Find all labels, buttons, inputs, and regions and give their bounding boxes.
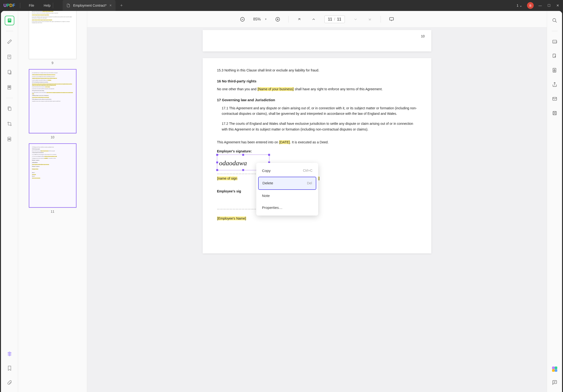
thumbnail-11[interactable]: 15.3 Nothing in this Clause shall limit … (18, 143, 87, 213)
zoom-in-button[interactable] (274, 16, 281, 23)
minimize-button[interactable]: — (538, 4, 542, 7)
presentation-icon (389, 17, 394, 22)
context-menu: Copy Ctrl+C Delete Del Note Properties… (256, 163, 318, 215)
comments-tool[interactable] (551, 379, 559, 386)
presentation-button[interactable] (388, 16, 395, 23)
svg-rect-6 (8, 86, 10, 87)
mail-icon (552, 96, 557, 101)
svg-rect-4 (8, 70, 11, 74)
chevron-top-icon (297, 17, 302, 21)
reader-mode-tool[interactable] (5, 16, 14, 25)
prev-page-button[interactable] (310, 16, 317, 23)
context-menu-note[interactable]: Note (258, 190, 316, 202)
annotate-tool[interactable] (5, 37, 14, 46)
menu-file[interactable]: File (29, 4, 34, 7)
thumbnails-panel[interactable]: 8 Lorem ipsum dolor sit amet consectetur… (18, 11, 87, 392)
context-menu-delete[interactable]: Delete Del (258, 177, 316, 190)
close-button[interactable]: ✕ (556, 4, 559, 7)
resize-handle[interactable] (216, 154, 218, 156)
zoom-level[interactable]: 85% ▼ (253, 17, 267, 21)
page-tool[interactable] (5, 67, 14, 77)
layers-tool[interactable] (5, 349, 14, 359)
signature-text: odaodawa (219, 157, 247, 169)
save-tool[interactable] (551, 109, 559, 117)
svg-rect-19 (554, 70, 555, 71)
minus-circle-icon (240, 17, 245, 22)
bookmark-icon (7, 366, 12, 371)
updf-ai-tool[interactable] (551, 365, 559, 373)
email-tool[interactable] (551, 95, 559, 103)
thumbnail-10[interactable]: iure reprehenderit qui in ea voluptate v… (18, 69, 87, 139)
convert-icon (552, 53, 557, 59)
share-tool[interactable] (551, 81, 559, 88)
svg-rect-17 (553, 54, 555, 58)
organize-tool[interactable] (5, 104, 14, 113)
context-menu-properties[interactable]: Properties… (258, 202, 316, 214)
convert-tool[interactable] (551, 52, 559, 60)
first-page-button[interactable] (296, 16, 303, 23)
ocr-tool[interactable]: OCR (551, 38, 559, 46)
crop-icon (7, 121, 12, 126)
left-sidebar-bottom (5, 349, 14, 387)
app-body: 8 Lorem ipsum dolor sit amet consectetur… (1, 11, 562, 392)
pages-icon (7, 70, 12, 75)
last-page-button[interactable] (366, 16, 373, 23)
resize-handle[interactable] (216, 169, 218, 171)
maximize-button[interactable]: ☐ (548, 4, 550, 7)
resize-handle[interactable] (242, 154, 244, 156)
highlighter-icon (7, 39, 12, 44)
attachment-tool[interactable] (5, 378, 14, 387)
document-scroll[interactable]: 10 15.3 Nothing in this Clause shall lim… (87, 28, 547, 392)
book-icon (7, 18, 12, 23)
window-controls: — ☐ ✕ (538, 4, 559, 7)
share-icon (552, 82, 557, 87)
bookmark-tool[interactable] (5, 363, 14, 373)
menu-help[interactable]: Help (44, 4, 51, 7)
app-logo: UPDF (0, 3, 19, 8)
next-page-button[interactable] (352, 16, 359, 23)
chevron-down-icon (353, 17, 358, 21)
titlebar-right: 1 ⌄ B — ☐ ✕ (517, 2, 563, 9)
titlebar-page-nav[interactable]: 1 ⌄ (517, 4, 522, 7)
redact-icon (7, 137, 12, 142)
svg-rect-2 (8, 20, 11, 21)
chevron-down-icon: ▼ (265, 18, 267, 21)
forms-tool[interactable] (5, 83, 14, 92)
user-avatar[interactable]: B (527, 2, 534, 9)
layers-icon (7, 351, 12, 356)
zoom-out-button[interactable] (239, 16, 246, 23)
edit-pdf-tool[interactable] (5, 52, 14, 62)
svg-rect-21 (553, 112, 556, 115)
clause-17-1: 17.1 This Agreement and any dispute or c… (222, 105, 417, 117)
svg-rect-1 (8, 19, 11, 20)
clause-17-2: 17.2 The courts of England and Wales sha… (222, 121, 417, 132)
resize-handle[interactable] (242, 169, 244, 171)
tab-add-button[interactable]: + (118, 3, 125, 8)
context-menu-copy[interactable]: Copy Ctrl+C (258, 165, 316, 177)
section-16-body: No one other than you and [Name of your … (217, 87, 417, 92)
search-icon (552, 18, 557, 23)
ocr-icon: OCR (552, 39, 557, 44)
copy-icon (7, 106, 12, 111)
resize-handle[interactable] (268, 154, 270, 156)
svg-rect-8 (8, 107, 11, 111)
thumbnail-9[interactable]: Lorem ipsum dolor sit amet consectetur a… (18, 11, 87, 65)
save-icon (552, 111, 557, 116)
viewer-toolbar: 85% ▼ 11 / 11 (87, 11, 547, 28)
tab-employment-contract[interactable]: Employment Contract* × (63, 0, 115, 11)
paperclip-icon (7, 380, 12, 385)
crop-tool[interactable] (5, 119, 14, 129)
protect-tool[interactable] (551, 66, 559, 74)
tab-bar: Employment Contract* × + (63, 0, 125, 11)
tab-close-button[interactable]: × (109, 3, 112, 8)
search-tool[interactable] (551, 17, 559, 24)
resize-handle[interactable] (216, 162, 218, 163)
updf-color-icon (552, 367, 557, 372)
redact-tool[interactable] (5, 134, 14, 144)
document-viewer: 85% ▼ 11 / 11 10 15.3 Nothing in this Cl… (87, 11, 547, 392)
section-16-title: 16 No third-party rights (217, 78, 417, 84)
page-corner-number: 10 (421, 34, 425, 38)
form-icon (7, 85, 12, 90)
edit-page-icon (7, 54, 12, 60)
page-number-input[interactable]: 11 / 11 (324, 15, 345, 23)
